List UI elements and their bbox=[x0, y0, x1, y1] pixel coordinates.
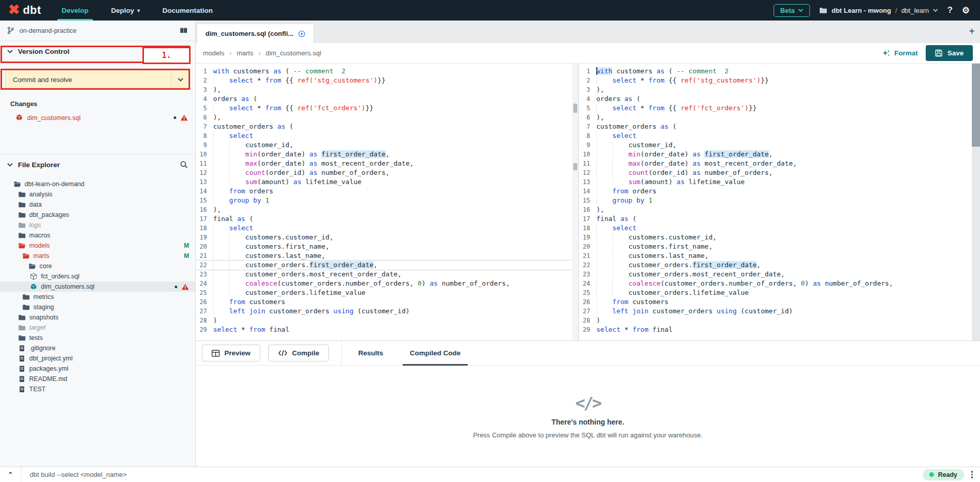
editor-pane-right[interactable]: 1with customers as ( -- comment 22 selec… bbox=[579, 64, 980, 340]
code-line[interactable]: 8 select bbox=[196, 131, 578, 140]
code-line[interactable]: 23 customer_orders.most_recent_order_dat… bbox=[196, 270, 578, 279]
command-panel-toggle[interactable]: ⌃ bbox=[0, 467, 22, 482]
code-line[interactable]: 4orders as ( bbox=[196, 94, 578, 104]
tree-item--gitignore[interactable]: .gitignore bbox=[0, 343, 195, 353]
search-icon[interactable] bbox=[180, 160, 188, 169]
scrollbar-thumb[interactable] bbox=[573, 163, 577, 170]
editor-overview-scrollbar[interactable] bbox=[972, 64, 980, 340]
code-line[interactable]: 9 customer_id, bbox=[579, 140, 980, 150]
dbt-logo[interactable]: ✖ dbt bbox=[0, 0, 50, 21]
code-line[interactable]: 17final as ( bbox=[196, 214, 578, 224]
code-line[interactable]: 12 count(order_id) as number_of_orders, bbox=[196, 168, 578, 177]
code-line[interactable]: 11 max(order_date) as most_recent_order_… bbox=[196, 159, 578, 168]
editor-tab[interactable]: dim_customers.sql (confli... bbox=[197, 24, 314, 43]
tree-item-readme-md[interactable]: README.md bbox=[0, 374, 195, 384]
code-line[interactable]: 15 group by 1 bbox=[579, 196, 980, 205]
code-line[interactable]: 5 select * from {{ ref('fct_orders')}} bbox=[196, 104, 578, 113]
code-line[interactable]: 7customer_orders as ( bbox=[579, 122, 980, 131]
code-line[interactable]: 10 min(order_date) as first_order_date, bbox=[196, 150, 578, 159]
kebab-menu-icon[interactable] bbox=[971, 471, 973, 478]
code-line[interactable]: 29select * from final bbox=[579, 325, 980, 334]
scrollbar-thumb[interactable] bbox=[972, 64, 980, 147]
tree-item-data[interactable]: data bbox=[0, 199, 195, 210]
tree-item-models[interactable]: modelsM bbox=[0, 240, 195, 251]
tab-compiled-code[interactable]: Compiled Code bbox=[406, 341, 465, 366]
code-line[interactable]: 13 sum(amount) as lifetime_value bbox=[579, 177, 980, 187]
preview-button[interactable]: Preview bbox=[202, 345, 260, 362]
code-line[interactable]: 3), bbox=[196, 85, 578, 94]
code-line[interactable]: 25 customer_orders.lifetime_value bbox=[579, 288, 980, 297]
code-line[interactable]: 1with customers as ( -- comment 2 bbox=[579, 67, 980, 76]
tree-item-macros[interactable]: macros bbox=[0, 230, 195, 240]
code-line[interactable]: 8 select bbox=[579, 131, 980, 140]
save-button[interactable]: Save bbox=[926, 45, 973, 61]
code-line[interactable]: 5 select * from {{ ref('fct_orders')}} bbox=[579, 104, 980, 113]
code-line[interactable]: 16), bbox=[196, 205, 578, 214]
format-button[interactable]: Format bbox=[882, 49, 918, 57]
code-line[interactable]: 27 left join customer_orders using (cust… bbox=[579, 307, 980, 316]
project-switcher[interactable]: dbt Learn - mwong / dbt_learn bbox=[819, 7, 938, 14]
tree-item-dbt-learn-on-demand[interactable]: dbt-learn-on-demand bbox=[0, 179, 195, 189]
code-line[interactable]: 26 from customers bbox=[579, 297, 980, 307]
code-line[interactable]: 20 customers.first_name, bbox=[196, 242, 578, 251]
code-line[interactable]: 22 customer_orders.first_order_date, bbox=[579, 260, 980, 270]
code-line[interactable]: 19 customers.customer_id, bbox=[579, 233, 980, 242]
code-line[interactable]: 20 customers.first_name, bbox=[579, 242, 980, 251]
tree-item-dbt-project-yml[interactable]: dbt_project.yml bbox=[0, 353, 195, 364]
tree-item-test[interactable]: TEST bbox=[0, 384, 195, 394]
code-line[interactable]: 24 coalesce(customer_orders.number_of_or… bbox=[579, 279, 980, 288]
breadcrumb-models[interactable]: models bbox=[203, 49, 224, 57]
tree-item-dbt-packages[interactable]: dbt_packages bbox=[0, 210, 195, 220]
code-line[interactable]: 23 customer_orders.most_recent_order_dat… bbox=[579, 270, 980, 279]
changed-file-row[interactable]: dim_customers.sql bbox=[0, 113, 195, 123]
code-line[interactable]: 6), bbox=[579, 113, 980, 122]
code-line[interactable]: 14 from orders bbox=[579, 187, 980, 196]
code-line[interactable]: 13 sum(amount) as lifetime_value bbox=[196, 177, 578, 187]
code-line[interactable]: 21 customers.last_name, bbox=[196, 251, 578, 260]
tree-item-core[interactable]: core bbox=[0, 261, 195, 271]
code-line[interactable]: 16), bbox=[579, 205, 980, 214]
commit-and-resolve-button[interactable]: Commit and resolve bbox=[5, 70, 190, 89]
code-line[interactable]: 9 customer_id, bbox=[196, 140, 578, 150]
command-input[interactable]: dbt build --select <model_name> bbox=[22, 471, 127, 478]
code-line[interactable]: 2 select * from {{ ref('stg_customers')}… bbox=[196, 76, 578, 85]
code-line[interactable]: 19 customers.customer_id, bbox=[196, 233, 578, 242]
nav-item-documentation[interactable]: Documentation bbox=[151, 0, 224, 21]
code-line[interactable]: 12 count(order_id) as number_of_orders, bbox=[579, 168, 980, 177]
code-line[interactable]: 2 select * from {{ ref('stg_customers')}… bbox=[579, 76, 980, 85]
tree-item-tests[interactable]: tests bbox=[0, 333, 195, 343]
nav-item-develop[interactable]: Develop bbox=[50, 0, 100, 21]
code-line[interactable]: 10 min(order_date) as first_order_date, bbox=[579, 150, 980, 159]
file-explorer-header[interactable]: File Explorer bbox=[0, 154, 195, 175]
tree-item-dim-customers-sql[interactable]: dim_customers.sql bbox=[0, 282, 195, 292]
code-line[interactable]: 21 customers.last_name, bbox=[579, 251, 980, 260]
code-line[interactable]: 4orders as ( bbox=[579, 94, 980, 104]
code-line[interactable]: 25 customer_orders.lifetime_value bbox=[196, 288, 578, 297]
code-line[interactable]: 24 coalesce(customer_orders.number_of_or… bbox=[196, 279, 578, 288]
code-line[interactable]: 26 from customers bbox=[196, 297, 578, 307]
tree-item-staging[interactable]: staging bbox=[0, 302, 195, 312]
tree-item-marts[interactable]: martsM bbox=[0, 251, 195, 261]
tree-item-metrics[interactable]: metrics bbox=[0, 292, 195, 302]
code-line[interactable]: 28) bbox=[579, 316, 980, 325]
tree-item-fct-orders-sql[interactable]: fct_orders.sql bbox=[0, 271, 195, 282]
branch-selector[interactable]: on-demand-practice bbox=[0, 21, 195, 41]
code-line[interactable]: 29select * from final bbox=[196, 325, 578, 334]
code-line[interactable]: 15 group by 1 bbox=[196, 196, 578, 205]
pane-scrollbar[interactable] bbox=[572, 64, 578, 340]
new-tab-button[interactable]: + bbox=[969, 26, 975, 37]
breadcrumb-marts[interactable]: marts bbox=[237, 49, 254, 57]
code-line[interactable]: 27 left join customer_orders using (cust… bbox=[196, 307, 578, 316]
code-line[interactable]: 7customer_orders as ( bbox=[196, 122, 578, 131]
code-line[interactable]: 18 select bbox=[579, 224, 980, 233]
code-line[interactable]: 6), bbox=[196, 113, 578, 122]
beta-dropdown[interactable]: Beta bbox=[774, 4, 810, 17]
tree-item-snapshots[interactable]: snapshots bbox=[0, 312, 195, 323]
code-line[interactable]: 14 from orders bbox=[196, 187, 578, 196]
scrollbar-thumb[interactable] bbox=[573, 104, 577, 113]
tree-item-target[interactable]: target bbox=[0, 323, 195, 333]
tree-item-logs[interactable]: logs bbox=[0, 220, 195, 230]
gear-icon[interactable]: ⚙ bbox=[962, 5, 970, 16]
code-line[interactable]: 28) bbox=[196, 316, 578, 325]
tree-item-packages-yml[interactable]: packages.yml bbox=[0, 364, 195, 374]
